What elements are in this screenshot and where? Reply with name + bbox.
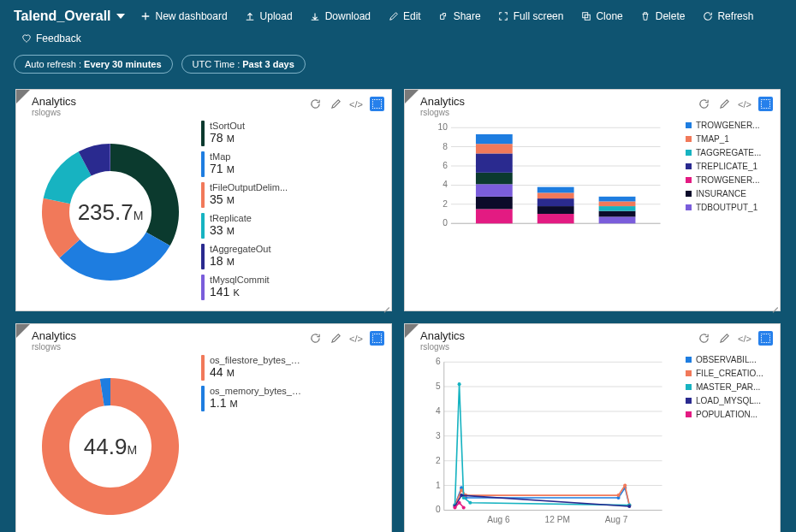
panel-filter-corner[interactable] [405, 90, 419, 103]
svg-text:Aug 6: Aug 6 [487, 515, 510, 524]
panel-options-icon[interactable] [370, 97, 384, 111]
legend-item[interactable]: tMap71 M [201, 151, 384, 177]
fullscreen-button[interactable]: Full screen [491, 7, 571, 26]
svg-rect-27 [538, 187, 574, 193]
resize-handle[interactable] [769, 300, 778, 309]
legend-swatch [686, 398, 692, 404]
panel-edit-icon[interactable] [329, 98, 342, 111]
svg-text:2: 2 [436, 456, 441, 465]
legend-item[interactable]: TROWGENER... [686, 121, 773, 130]
legend-swatch [686, 163, 692, 169]
legend-item[interactable]: TROWGENER... [686, 175, 773, 185]
upload-button[interactable]: Upload [238, 7, 300, 26]
panel-refresh-icon[interactable] [308, 98, 322, 111]
stacked-bar-chart: 0246810File_Creation_OBSMaster_parallell… [413, 121, 680, 304]
panel-code-icon[interactable]: </> [738, 332, 751, 346]
fullscreen-icon [498, 11, 509, 22]
panel-filter-corner[interactable] [16, 324, 30, 338]
panel-code-icon[interactable]: </> [349, 332, 363, 346]
line-chart: 0123456Aug 612 PMAug 7 [413, 355, 680, 532]
legend-item[interactable]: tMysqlCommit141 K [201, 275, 384, 300]
legend-label: tMysqlCommit [210, 275, 270, 285]
legend-value: 141 K [210, 285, 270, 299]
legend-swatch [201, 244, 205, 269]
svg-rect-32 [599, 201, 636, 206]
panel-os-donut: Analytics rslogws </> 44.9M os_filestore… [15, 323, 392, 532]
svg-text:0: 0 [436, 505, 441, 514]
heart-icon [21, 33, 32, 44]
legend-swatch [201, 386, 205, 411]
panel-source: rslogws [32, 108, 76, 117]
legend-item[interactable]: MASTER_PAR... [686, 382, 773, 392]
panel-code-icon[interactable]: </> [738, 98, 751, 111]
panel-line-chart: Analytics rslogws </> 0123456Aug 612 PMA… [404, 323, 781, 532]
panel-refresh-icon[interactable] [308, 332, 322, 346]
legend-swatch [686, 150, 692, 156]
svg-text:12 PM: 12 PM [545, 515, 570, 524]
svg-rect-17 [476, 184, 513, 197]
panel-source: rslogws [420, 342, 465, 352]
donut-legend: tSortOut78 MtMap71 MtFileOutputDelim...3… [196, 121, 384, 304]
resize-handle[interactable] [381, 300, 389, 309]
legend-item[interactable]: os_memory_bytes_avail...1.1 M [201, 386, 384, 411]
panel-filter-corner[interactable] [405, 324, 419, 338]
panel-code-icon[interactable]: </> [349, 98, 363, 111]
panel-options-icon[interactable] [370, 331, 384, 346]
download-button[interactable]: Download [303, 7, 377, 26]
legend-item[interactable]: POPULATION... [686, 410, 773, 419]
legend-item[interactable]: TREPLICATE_1 [686, 162, 773, 171]
panel-refresh-icon[interactable] [697, 98, 710, 111]
svg-text:6: 6 [436, 357, 441, 366]
new-dashboard-button[interactable]: New dashboard [134, 7, 235, 26]
dashboard-title[interactable]: Talend_Overall [14, 9, 125, 24]
legend-item[interactable]: TAGGREGATE... [686, 148, 773, 157]
refresh-button[interactable]: Refresh [695, 7, 760, 26]
feedback-button[interactable]: Feedback [14, 29, 88, 48]
svg-point-75 [458, 501, 461, 505]
share-button[interactable]: Share [431, 7, 488, 26]
svg-text:6: 6 [443, 161, 448, 170]
panel-options-icon[interactable] [758, 331, 773, 346]
legend-item[interactable]: INSURANCE [686, 189, 773, 198]
legend-item[interactable]: os_filestore_bytes_avail...44 M [201, 355, 384, 381]
svg-rect-25 [538, 198, 574, 206]
auto-refresh-pill[interactable]: Auto refresh : Every 30 minutes [14, 55, 173, 74]
legend-swatch [201, 151, 205, 177]
time-range-pill[interactable]: UTC Time : Past 3 days [181, 55, 306, 74]
download-icon [310, 11, 321, 22]
svg-rect-30 [599, 211, 636, 217]
legend-item[interactable]: tSortOut78 M [201, 121, 384, 146]
panel-filter-corner[interactable] [16, 90, 30, 103]
legend-item[interactable]: OBSERVABIL... [686, 355, 773, 364]
panel-edit-icon[interactable] [717, 332, 731, 346]
legend-item[interactable]: tFileOutputDelim...35 M [201, 182, 384, 208]
legend-item[interactable]: LOAD_MYSQL... [686, 396, 773, 405]
legend-item[interactable]: tReplicate33 M [201, 213, 384, 239]
svg-rect-21 [476, 134, 513, 144]
legend-item[interactable]: FILE_CREATIO... [686, 369, 773, 378]
legend-value: 71 M [210, 162, 235, 175]
svg-rect-15 [476, 209, 513, 223]
legend-item[interactable]: TMAP_1 [686, 134, 773, 144]
legend-item[interactable]: tAggregateOut18 M [201, 244, 384, 269]
legend-label: LOAD_MYSQL... [696, 396, 761, 405]
upload-icon [245, 11, 256, 22]
panel-edit-icon[interactable] [717, 98, 731, 111]
legend-item[interactable]: TDBOUTPUT_1 [686, 203, 773, 212]
panel-title: Analytics [420, 329, 465, 342]
legend-label: tAggregateOut [210, 244, 271, 254]
legend-label: TROWGENER... [696, 121, 759, 130]
legend-swatch [686, 384, 692, 390]
legend-label: os_memory_bytes_avail... [210, 386, 304, 396]
delete-button[interactable]: Delete [633, 7, 692, 26]
clone-button[interactable]: Clone [573, 7, 629, 26]
line-legend: OBSERVABIL...FILE_CREATIO...MASTER_PAR..… [680, 355, 773, 532]
panel-refresh-icon[interactable] [697, 332, 710, 346]
toolbar: Talend_Overall New dashboard Upload Down… [14, 7, 782, 48]
panel-edit-icon[interactable] [329, 332, 342, 346]
panel-options-icon[interactable] [758, 97, 773, 111]
edit-button[interactable]: Edit [381, 7, 428, 26]
filter-pills: Auto refresh : Every 30 minutes UTC Time… [14, 55, 782, 74]
svg-rect-26 [538, 192, 574, 198]
svg-point-72 [460, 494, 463, 497]
